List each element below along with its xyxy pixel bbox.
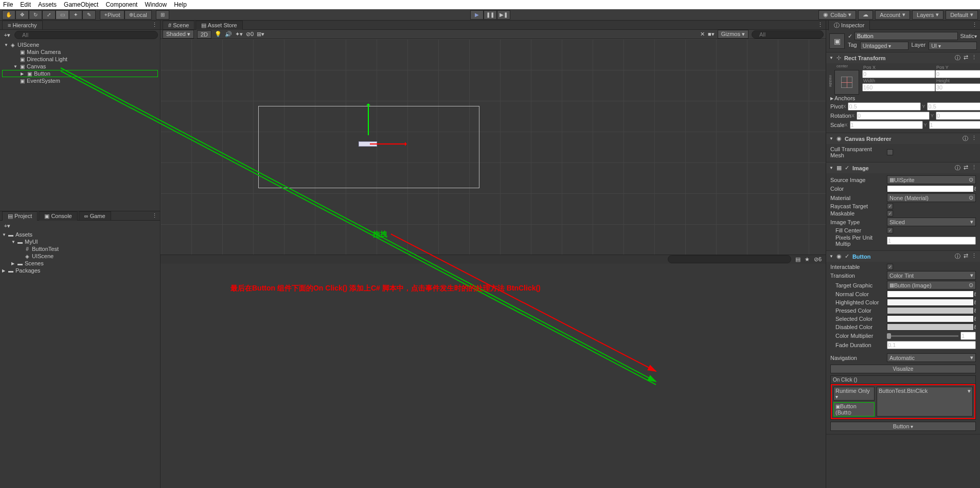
rot-x-input[interactable]: [857, 112, 930, 120]
pivot-x-input[interactable]: [848, 102, 921, 111]
scene-hidden-icon[interactable]: ⊘0: [246, 31, 254, 38]
project-buttontest-script[interactable]: #ButtonTest: [0, 245, 160, 252]
project-tab[interactable]: ▤ Project: [2, 211, 38, 221]
menu-window[interactable]: Window: [145, 1, 167, 8]
scene-audio-icon[interactable]: 🔊: [225, 31, 232, 38]
rect-tool[interactable]: ▭: [56, 10, 69, 20]
scene-view[interactable]: Shaded ▾ 2D 💡 🔊 ✦▾ ⊘0 ⊞▾ ✕ ■▾ Gizmos ▾: [161, 30, 826, 255]
image-type-dropdown[interactable]: Sliced▾: [887, 218, 976, 226]
help-icon[interactable]: ⓘ: [955, 54, 960, 62]
hierarchy-menu-icon[interactable]: ⋮: [152, 22, 158, 28]
console-tab[interactable]: ▣ Console: [39, 211, 77, 221]
scene-tab[interactable]: # Scene: [163, 21, 194, 29]
hand-tool[interactable]: ✋: [2, 10, 15, 20]
layout-dropdown[interactable]: Default ▾: [946, 10, 978, 20]
eyedropper-icon[interactable]: ℓ: [974, 299, 976, 305]
transition-dropdown[interactable]: Color Tint▾: [887, 271, 976, 280]
project-search-input[interactable]: [668, 255, 791, 263]
snap-toggle[interactable]: ⊞: [156, 10, 169, 20]
project-myui-folder[interactable]: ▼▬MyUI: [0, 238, 160, 245]
scene-grid-icon[interactable]: ⊞▾: [257, 31, 264, 38]
preset-icon[interactable]: ⇄: [964, 252, 968, 260]
inspector-menu-icon[interactable]: ⋮: [972, 22, 978, 28]
raycast-checkbox[interactable]: ✓: [887, 203, 893, 209]
eyedropper-icon[interactable]: ℓ: [974, 316, 976, 322]
hierarchy-item-canvas[interactable]: ▼▣Canvas: [2, 63, 158, 70]
project-hidden-icon[interactable]: ⊘6: [814, 256, 822, 263]
button-enabled-checkbox[interactable]: ✓: [845, 253, 849, 260]
scene-fx-icon[interactable]: ✦▾: [235, 31, 243, 38]
gizmos-dropdown[interactable]: Gizmos ▾: [718, 30, 749, 39]
onclick-function-dropdown[interactable]: ButtonTest.BtnClick▾: [877, 387, 973, 417]
help-icon[interactable]: ⓘ: [963, 135, 968, 142]
x-axis-arrow[interactable]: [370, 143, 406, 144]
width-input[interactable]: [862, 83, 935, 92]
menu-assets[interactable]: Assets: [38, 1, 57, 8]
project-scenes-folder[interactable]: ▶▬Scenes: [0, 260, 160, 267]
transform-tool[interactable]: ✦: [69, 10, 82, 20]
cull-checkbox[interactable]: [887, 149, 893, 155]
onclick-runtime-dropdown[interactable]: Runtime Only ▾: [833, 387, 875, 401]
scene-tools-icon[interactable]: ✕: [700, 31, 705, 38]
material-field[interactable]: None (Material)⊙: [887, 193, 976, 202]
fillcenter-checkbox[interactable]: ✓: [887, 227, 893, 233]
eyedropper-icon[interactable]: ℓ: [974, 308, 976, 314]
image-color-field[interactable]: [887, 185, 974, 192]
target-graphic-field[interactable]: ▦Button (Image)⊙: [887, 281, 976, 290]
help-icon[interactable]: ⓘ: [955, 164, 960, 172]
move-tool[interactable]: ✥: [15, 10, 29, 20]
scale-x-input[interactable]: [850, 121, 923, 129]
scene-lighting-icon[interactable]: 💡: [215, 31, 222, 38]
tag-dropdown[interactable]: Untagged ▾: [860, 42, 908, 50]
scene-menu-icon[interactable]: ⋮: [817, 22, 824, 28]
scale-tool[interactable]: ⤢: [42, 10, 56, 20]
rotate-tool[interactable]: ↻: [29, 10, 42, 20]
local-toggle[interactable]: ⊕Local: [124, 10, 151, 20]
eyedropper-icon[interactable]: ℓ: [974, 186, 976, 192]
layer-dropdown[interactable]: UI ▾: [929, 42, 977, 50]
inspector-tab[interactable]: ⓘ Inspector: [828, 21, 870, 30]
hierarchy-item-camera[interactable]: ▣Main Camera: [2, 48, 158, 56]
visualize-button[interactable]: Visualize: [830, 365, 976, 373]
project-filter-icon[interactable]: ▤: [795, 256, 800, 263]
source-image-field[interactable]: ▦UISprite⊙: [887, 175, 976, 184]
hierarchy-item-scene[interactable]: ▼◈UIScene: [2, 41, 158, 48]
onclick-target-field[interactable]: ▣Button (Butt⊙: [833, 402, 875, 417]
shading-mode-dropdown[interactable]: Shaded ▾: [163, 30, 194, 39]
project-add-button[interactable]: +▾: [2, 223, 12, 229]
hierarchy-search-input[interactable]: [14, 31, 158, 39]
layers-dropdown[interactable]: Layers ▾: [912, 10, 943, 20]
selected-color-field[interactable]: [887, 315, 974, 322]
component-menu-icon[interactable]: ⋮: [971, 252, 977, 260]
ppu-input[interactable]: [887, 237, 976, 245]
hierarchy-add-button[interactable]: +▾: [2, 32, 12, 39]
color-multiplier-input[interactable]: [960, 332, 976, 340]
component-menu-icon[interactable]: ⋮: [971, 164, 977, 172]
scale-y-input[interactable]: [929, 121, 980, 129]
menu-file[interactable]: File: [3, 1, 13, 8]
add-component-button[interactable]: Button ▾: [830, 422, 976, 431]
project-menu-icon[interactable]: ⋮: [152, 212, 158, 219]
preset-icon[interactable]: ⇄: [964, 164, 968, 172]
y-axis-arrow[interactable]: [368, 104, 369, 135]
step-button[interactable]: ▶❚: [497, 10, 510, 20]
menu-help[interactable]: Help: [174, 1, 187, 8]
fade-duration-input[interactable]: [887, 341, 976, 349]
project-packages-folder[interactable]: ▶▬Packages: [0, 267, 160, 274]
hierarchy-item-light[interactable]: ▣Directional Light: [2, 56, 158, 63]
anchor-preset-button[interactable]: [834, 70, 859, 95]
pivot-toggle[interactable]: ⌖Pivot: [100, 10, 124, 20]
hierarchy-item-button[interactable]: ▶▣Button: [2, 70, 158, 77]
project-uiscene-asset[interactable]: ◈UIScene: [0, 252, 160, 260]
scene-canvas[interactable]: [161, 39, 826, 255]
2d-toggle[interactable]: 2D: [197, 30, 211, 39]
game-tab[interactable]: ∞ Game: [79, 211, 111, 220]
eyedropper-icon[interactable]: ℓ: [974, 324, 976, 330]
gameobject-name-input[interactable]: [854, 32, 958, 40]
image-enabled-checkbox[interactable]: ✓: [845, 165, 849, 171]
cloud-button[interactable]: ☁: [858, 10, 873, 20]
project-assets-folder[interactable]: ▼▬Assets: [0, 231, 160, 238]
scene-camera-icon[interactable]: ■▾: [708, 31, 715, 38]
hierarchy-tab[interactable]: ≡ Hierarchy: [2, 21, 43, 29]
assetstore-tab[interactable]: ▤ Asset Store: [195, 21, 242, 30]
